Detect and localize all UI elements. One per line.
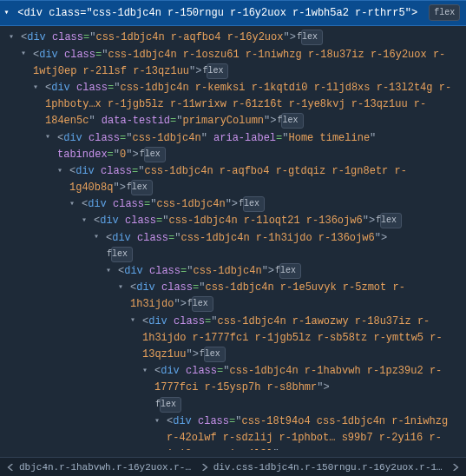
token: > (180, 298, 187, 310)
expand-toggle[interactable]: ▾ (36, 81, 45, 95)
flex-badge[interactable]: flex (380, 213, 402, 228)
breadcrumb-item[interactable]: dbjc4n.r-1habvwh.r-16y2uox.r-1… (17, 462, 198, 473)
tag-name: div (51, 82, 76, 94)
attr-name: class (186, 365, 217, 377)
flex-badge[interactable]: flex (204, 347, 226, 362)
tag-name: div (39, 49, 64, 61)
dom-tree[interactable]: ▾<div class="css-1dbjc4n r-aqfbo4 r-16y2… (0, 26, 466, 450)
token: " (174, 298, 180, 310)
token: " (186, 348, 192, 360)
token: > (270, 115, 276, 127)
attr-name: data-testid (102, 115, 170, 127)
attr-value: Home timeline (288, 132, 370, 144)
flex-badge[interactable]: flex (192, 296, 213, 312)
expand-toggle[interactable]: ▾ (108, 264, 118, 278)
devtools-elements-panel: ▾ <div class="css-1dbjc4n r-150rngu r-16… (0, 0, 466, 476)
flex-badge[interactable]: flex (281, 113, 303, 129)
attr-name: class (64, 49, 95, 61)
expand-toggle[interactable]: ▾ (84, 214, 94, 228)
flex-badge[interactable]: flex (160, 397, 181, 413)
expand-toggle[interactable]: ▾ (72, 197, 82, 211)
dom-tree-row[interactable]: ▾<div class="css-1dbjc4n r-1awozwy r-18u… (0, 314, 466, 364)
tag-name: div (112, 232, 137, 244)
token: " (283, 31, 289, 43)
dom-tree-row[interactable]: ▾<div class="css-1dbjc4n r-1e5uvyk r-5zm… (0, 280, 466, 313)
breadcrumb-bar[interactable]: dbjc4n.r-1habvwh.r-16y2uox.r-1… div.css-… (0, 457, 466, 476)
attr-name: class (198, 415, 229, 427)
breadcrumb-item[interactable]: div.css-1dbjc4n.r-150rngu.r-16y2uox.r-1w… (212, 462, 449, 473)
dom-tree-row[interactable]: ▾<div class="css-1dbjc4n r-kemksi r-1kqt… (0, 80, 466, 130)
attr-name: class (76, 82, 108, 94)
flex-badge[interactable]: flex (429, 4, 460, 21)
dom-tree-row[interactable]: ▾<div class="css-1dbjc4n r-aqfbo4 r-16y2… (0, 30, 466, 46)
attr-name: class (89, 132, 120, 144)
tag-name: div (75, 165, 101, 177)
token: " (375, 232, 381, 244)
token: > (381, 232, 387, 244)
attr-name: class (52, 31, 83, 43)
token: " (89, 115, 101, 127)
expand-toggle[interactable]: ▾ (2, 5, 11, 20)
dom-tree-row[interactable]: ▾<div class="css-1dbjc4n r-aqfbo4 r-gtdq… (0, 163, 466, 196)
attr-value: css-1dbjc4n r-1loqt21 r-136ojw6 (168, 215, 362, 227)
token: " (226, 198, 232, 210)
flex-badge[interactable]: flex (144, 147, 166, 162)
token: > (290, 31, 296, 43)
token: " (201, 132, 213, 144)
tag-name: div (161, 365, 186, 377)
expand-toggle[interactable]: ▾ (96, 230, 106, 244)
attr-name: class (49, 7, 80, 19)
token: = (108, 149, 114, 161)
flex-badge[interactable]: flex (207, 63, 228, 79)
expand-toggle[interactable]: ▾ (145, 364, 154, 378)
flex-badge[interactable]: flex (279, 263, 301, 279)
chevron-right-icon[interactable] (449, 460, 463, 474)
dom-tree-row[interactable]: ▾<div class="css-1dbjc4n" aria-label="Ho… (0, 130, 466, 163)
attr-value: css-1dbjc4n r-1h3ijdo r-136ojw6 (180, 232, 374, 244)
attr-value: css-1dbjc4n (132, 132, 200, 144)
attr-value: css-1dbjc4n (156, 198, 225, 210)
tag-name: div (124, 265, 149, 277)
flex-badge[interactable]: flex (111, 247, 133, 262)
tag-name: div (173, 415, 198, 427)
expand-toggle[interactable]: ▾ (121, 281, 130, 294)
token: " (363, 215, 369, 227)
selected-element-row[interactable]: ▾ <div class="css-1dbjc4n r-150rngu r-16… (0, 0, 466, 26)
token: > (195, 65, 201, 77)
attr-name: aria-label (213, 132, 276, 144)
token: > (323, 381, 329, 393)
token: > (232, 198, 238, 210)
flex-badge[interactable]: flex (243, 196, 265, 212)
attr-name: class (101, 165, 132, 177)
dom-tree-row[interactable]: ▾<div class="css-1dbjc4n r-1habvwh r-1pz… (0, 363, 466, 413)
expand-toggle[interactable]: ▾ (23, 47, 33, 61)
attr-name: class (161, 281, 193, 294)
flex-badge[interactable]: flex (131, 180, 153, 195)
dom-tree-row[interactable]: ▾<div class="css-1dbjc4n r-1loqt21 r-136… (0, 213, 466, 229)
attr-name: class (137, 232, 168, 244)
flex-badge[interactable]: flex (301, 30, 323, 45)
dom-tree-row[interactable]: ▾<div class="css-1dbjc4n r-1oszu61 r-1ni… (0, 47, 466, 80)
token: " (114, 149, 120, 161)
token: > (120, 182, 126, 194)
dom-tree-row[interactable]: ▾<div class="css-1dbjc4n r-1h3ijdo r-136… (0, 230, 466, 263)
dom-tree-row[interactable]: ▾<div class="css-1dbjc4n">flex (0, 263, 466, 280)
attr-name: class (149, 265, 180, 277)
token: " (113, 182, 119, 194)
dom-tree-row[interactable]: ▾<div class="css-1dbjc4n">flex (0, 196, 466, 213)
expand-toggle[interactable]: ▾ (48, 130, 57, 144)
token: " (272, 448, 279, 450)
tag-name: div (63, 132, 89, 144)
expand-toggle[interactable]: ▾ (157, 414, 167, 428)
dom-tree-row[interactable]: ▾<div class="css-18t94o4 css-1dbjc4n r-1… (0, 413, 466, 451)
attr-name: class (113, 198, 144, 210)
token: > (132, 149, 138, 161)
expand-toggle[interactable]: ▾ (60, 164, 69, 178)
expand-toggle[interactable]: ▾ (133, 314, 142, 327)
attr-value: css-1dbjc4n r-150rngu r-16y2uox r-1wbh5a… (93, 7, 405, 19)
tag-name: div (148, 315, 174, 327)
token: > (369, 215, 375, 227)
chevron-left-icon[interactable] (3, 460, 17, 474)
attr-name: class (174, 315, 205, 327)
expand-toggle[interactable]: ▾ (11, 30, 21, 44)
